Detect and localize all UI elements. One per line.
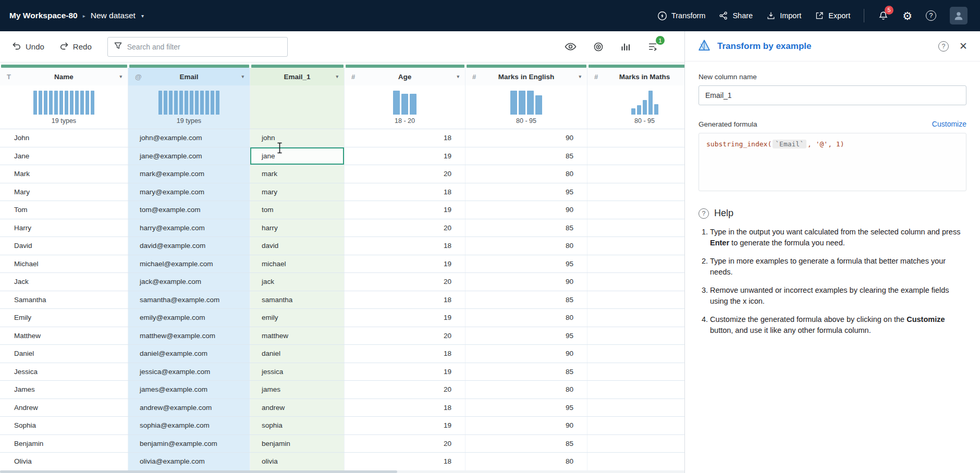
cell-name[interactable]: Olivia — [0, 453, 128, 470]
cell-english[interactable]: 80 — [466, 165, 587, 183]
cell-email[interactable]: sophia@example.com — [128, 417, 250, 434]
column-histogram-email[interactable]: 19 types — [128, 85, 250, 129]
cell-name[interactable]: Jane — [0, 147, 128, 165]
close-icon[interactable]: ✕ — [959, 41, 967, 51]
column-histogram-email_1[interactable] — [250, 85, 345, 129]
cell-english[interactable]: 85 — [466, 147, 587, 165]
column-histogram-english[interactable]: 80 - 95 — [466, 85, 587, 129]
applied-steps-button[interactable]: 1 — [647, 41, 658, 52]
cell-email_1[interactable]: andrew — [250, 399, 345, 417]
cell-name[interactable]: Michael — [0, 255, 128, 273]
cell-name[interactable]: John — [0, 129, 128, 147]
cell-age[interactable]: 20 — [345, 327, 466, 345]
cell-english[interactable]: 85 — [466, 291, 587, 309]
notifications-button[interactable]: 5 — [878, 10, 889, 21]
cell-maths[interactable] — [587, 255, 684, 273]
cell-maths[interactable] — [587, 147, 684, 165]
transform-button[interactable]: Transform — [657, 11, 706, 21]
column-stats-button[interactable] — [620, 42, 631, 52]
cell-age[interactable]: 20 — [345, 435, 466, 453]
cell-name[interactable]: Andrew — [0, 399, 128, 417]
cell-english[interactable]: 80 — [466, 381, 587, 399]
cell-name[interactable]: Jessica — [0, 363, 128, 381]
cell-english[interactable]: 90 — [466, 417, 587, 434]
cell-maths[interactable] — [587, 129, 684, 147]
cell-age[interactable]: 18 — [345, 399, 466, 417]
cell-email_1[interactable]: mark — [250, 165, 345, 183]
cell-age[interactable]: 20 — [345, 219, 466, 237]
cell-email[interactable]: david@example.com — [128, 237, 250, 255]
cell-email[interactable]: mary@example.com — [128, 183, 250, 201]
cell-maths[interactable] — [587, 219, 684, 237]
avatar[interactable] — [950, 7, 967, 24]
cell-email_1[interactable]: jessica — [250, 363, 345, 381]
cell-email[interactable]: daniel@example.com — [128, 345, 250, 363]
cell-email_1[interactable]: matthew — [250, 327, 345, 345]
cell-email[interactable]: olivia@example.com — [128, 453, 250, 470]
cell-name[interactable]: Mary — [0, 183, 128, 201]
cell-english[interactable]: 90 — [466, 345, 587, 363]
cell-name[interactable]: Matthew — [0, 327, 128, 345]
cell-email_1[interactable]: benjamin — [250, 435, 345, 453]
cell-name[interactable]: Emily — [0, 309, 128, 327]
scrollbar-thumb[interactable] — [0, 470, 397, 473]
cell-email[interactable]: tom@example.com — [128, 201, 250, 219]
cell-name[interactable]: Jack — [0, 273, 128, 291]
cell-maths[interactable] — [587, 165, 684, 183]
cell-english[interactable]: 95 — [466, 183, 587, 201]
cell-maths[interactable] — [587, 345, 684, 363]
cell-maths[interactable] — [587, 273, 684, 291]
cell-english[interactable]: 80 — [466, 237, 587, 255]
cell-maths[interactable] — [587, 327, 684, 345]
cell-age[interactable]: 18 — [345, 237, 466, 255]
cell-age[interactable]: 18 — [345, 183, 466, 201]
search-box[interactable] — [107, 37, 288, 57]
cell-email[interactable]: harry@example.com — [128, 219, 250, 237]
column-header-email[interactable]: @Email▾ — [128, 68, 250, 85]
cell-email[interactable]: john@example.com — [128, 129, 250, 147]
cell-email[interactable]: emily@example.com — [128, 309, 250, 327]
cell-email_1[interactable]: harry — [250, 219, 345, 237]
cell-name[interactable]: James — [0, 381, 128, 399]
cell-email_1[interactable]: emily — [250, 309, 345, 327]
dataset-caret-icon[interactable]: ▾ — [141, 13, 144, 19]
cell-email[interactable]: jessica@example.com — [128, 363, 250, 381]
panel-help-icon[interactable]: ? — [938, 41, 949, 52]
cell-email_1[interactable]: samantha — [250, 291, 345, 309]
preview-eye-button[interactable] — [565, 42, 577, 51]
cell-age[interactable]: 18 — [345, 453, 466, 470]
cell-age[interactable]: 18 — [345, 345, 466, 363]
column-menu-caret-icon[interactable]: ▾ — [579, 74, 581, 79]
cell-email[interactable]: benjamin@example.com — [128, 435, 250, 453]
cell-email[interactable]: matthew@example.com — [128, 327, 250, 345]
cell-email_1[interactable]: jack — [250, 273, 345, 291]
cell-name[interactable]: David — [0, 237, 128, 255]
customize-link[interactable]: Customize — [932, 120, 966, 128]
cell-english[interactable]: 90 — [466, 129, 587, 147]
cell-age[interactable]: 20 — [345, 273, 466, 291]
cell-email[interactable]: michael@example.com — [128, 255, 250, 273]
cell-email[interactable]: jane@example.com — [128, 147, 250, 165]
cell-maths[interactable] — [587, 417, 684, 434]
cell-english[interactable]: 95 — [466, 327, 587, 345]
share-button[interactable]: Share — [719, 11, 753, 20]
column-histogram-name[interactable]: 19 types — [0, 85, 128, 129]
cell-email_1[interactable]: james — [250, 381, 345, 399]
cell-english[interactable]: 95 — [466, 255, 587, 273]
cell-english[interactable]: 90 — [466, 201, 587, 219]
redo-button[interactable]: Redo — [59, 41, 92, 53]
cell-age[interactable]: 18 — [345, 291, 466, 309]
horizontal-scrollbar[interactable] — [0, 470, 684, 473]
cell-age[interactable]: 19 — [345, 255, 466, 273]
settings-button[interactable]: ⚙ — [902, 10, 912, 21]
column-menu-caret-icon[interactable]: ▾ — [457, 74, 459, 79]
cell-age[interactable]: 20 — [345, 165, 466, 183]
column-header-name[interactable]: TName▾ — [0, 68, 128, 85]
cell-name[interactable]: Daniel — [0, 345, 128, 363]
cell-email[interactable]: samantha@example.com — [128, 291, 250, 309]
cell-maths[interactable] — [587, 201, 684, 219]
cell-maths[interactable] — [587, 291, 684, 309]
cell-maths[interactable] — [587, 435, 684, 453]
cell-email[interactable]: andrew@example.com — [128, 399, 250, 417]
column-menu-caret-icon[interactable]: ▾ — [336, 74, 338, 79]
